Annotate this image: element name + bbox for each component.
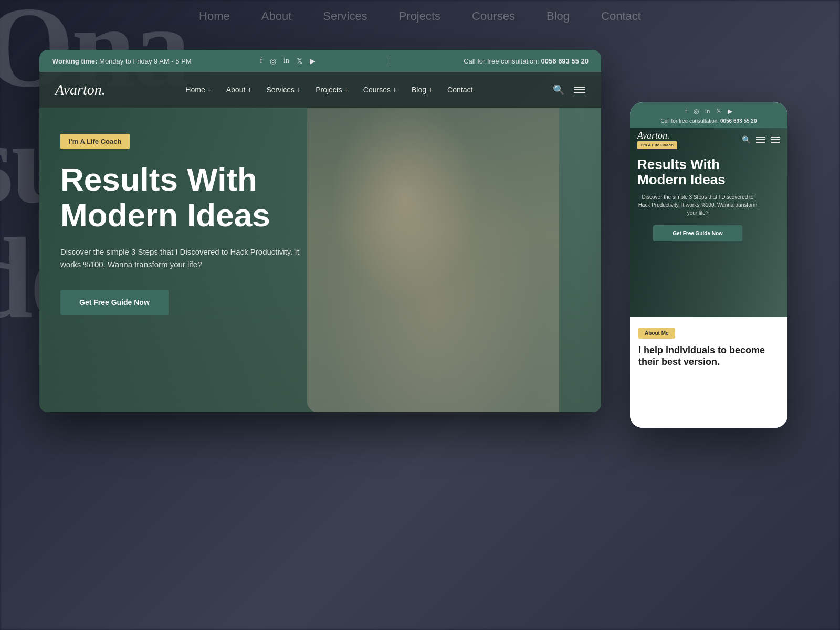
mobile-cta-button[interactable]: Get Free Guide Now [653,225,742,242]
mobile-search-icon[interactable]: 🔍 [742,135,751,144]
youtube-icon[interactable]: ▶ [310,57,316,66]
instagram-icon[interactable]: ◎ [270,57,276,66]
nav-links: Home + About + Services + Projects + Cou… [185,86,472,94]
nav-icons-group: 🔍 [553,84,585,96]
hero-badge: I'm A Life Coach [60,134,130,149]
consultation-label: Call for free consultation: [464,57,539,65]
mobile-logo[interactable]: Avarton. [637,130,670,141]
hero-title-line2: Modern Ideas [60,197,270,233]
bg-nav-blog: Blog [547,9,570,23]
bg-nav-contact: Contact [601,9,641,23]
hero-title: Results With Modern Ideas [60,162,312,233]
background-nav-overlay: Home About Services Projects Courses Blo… [0,9,840,23]
mobile-device: f ◎ in 𝕏 ▶ Call for free consultation: 0… [630,102,788,428]
mobile-consultation-phone[interactable]: 0056 693 55 20 [720,118,757,124]
hamburger-menu-icon[interactable] [574,87,585,93]
mobile-hero-content: Results With Modern Ideas Discover the s… [637,157,758,242]
working-time: Working time: Monday to Friday 9 AM - 5 … [52,57,192,65]
mobile-about-badge: About Me [638,328,675,339]
mobile-youtube-icon[interactable]: ▶ [728,108,732,116]
mobile-nav-icons: 🔍 [742,135,780,144]
nav-projects[interactable]: Projects + [316,86,349,94]
bg-nav-services: Services [323,9,367,23]
hero-description: Discover the simple 3 Steps that I Disco… [60,246,312,271]
mobile-top-bar: f ◎ in 𝕏 ▶ Call for free consultation: 0… [630,102,788,128]
mobile-logo-badge: I'm A Life Coach [637,141,677,149]
nav-services[interactable]: Services + [266,86,301,94]
site-logo[interactable]: Avarton. [55,81,106,98]
nav-bar: Avarton. Home + About + Services + Proje… [39,72,601,108]
nav-about[interactable]: About + [226,86,252,94]
nav-home[interactable]: Home + [185,86,211,94]
bg-nav-about: About [261,9,292,23]
working-time-label: Working time: [52,57,97,65]
nav-contact[interactable]: Contact [447,86,472,94]
bg-nav-home: Home [199,9,230,23]
hero-title-line1: Results With [60,161,257,197]
nav-blog[interactable]: Blog + [412,86,433,94]
mobile-hero-description: Discover the simple 3 Steps that I Disco… [637,193,758,217]
top-bar-divider [390,56,390,66]
consultation-info: Call for free consultation: 0056 693 55 … [464,57,589,65]
cta-button[interactable]: Get Free Guide Now [60,290,169,315]
mobile-hero-section: Avarton. I'm A Life Coach 🔍 Results With… [630,128,788,317]
mobile-hero-title-line2: Modern Ideas [637,172,726,187]
top-bar: Working time: Monday to Friday 9 AM - 5 … [39,50,601,72]
browser-window: Working time: Monday to Friday 9 AM - 5 … [39,50,601,412]
mobile-hero-title-line1: Results With [637,156,720,172]
search-icon[interactable]: 🔍 [553,84,564,96]
hero-section: I'm A Life Coach Results With Modern Ide… [39,108,601,412]
facebook-icon[interactable]: f [260,57,262,65]
mobile-about-title: I help individuals to become their best … [638,345,779,368]
bg-nav-projects: Projects [399,9,440,23]
mobile-menu-icon[interactable] [771,136,780,143]
twitter-icon[interactable]: 𝕏 [297,57,302,66]
mobile-consultation-label: Call for free consultation: [661,118,719,124]
working-time-value: Monday to Friday 9 AM - 5 PM [99,57,192,65]
linkedin-icon[interactable]: in [284,57,289,65]
social-icons-group: f ◎ in 𝕏 ▶ [260,57,316,66]
mobile-consultation: Call for free consultation: 0056 693 55 … [638,118,779,124]
mobile-twitter-icon[interactable]: 𝕏 [716,108,721,116]
hero-content: I'm A Life Coach Results With Modern Ide… [60,134,312,315]
mobile-about-section: About Me I help individuals to become th… [630,317,788,428]
hero-person-image [307,108,559,412]
consultation-phone[interactable]: 0056 693 55 20 [541,57,589,65]
mobile-hamburger-icon[interactable] [756,136,765,143]
bg-nav-courses: Courses [472,9,515,23]
mobile-instagram-icon[interactable]: ◎ [694,108,699,116]
mobile-hero-title: Results With Modern Ideas [637,157,758,187]
mobile-nav-bar: Avarton. I'm A Life Coach 🔍 [630,128,788,151]
nav-courses[interactable]: Courses + [363,86,397,94]
mobile-facebook-icon[interactable]: f [685,108,687,116]
mobile-social-icons: f ◎ in 𝕏 ▶ [638,108,779,116]
mobile-linkedin-icon[interactable]: in [705,108,710,116]
